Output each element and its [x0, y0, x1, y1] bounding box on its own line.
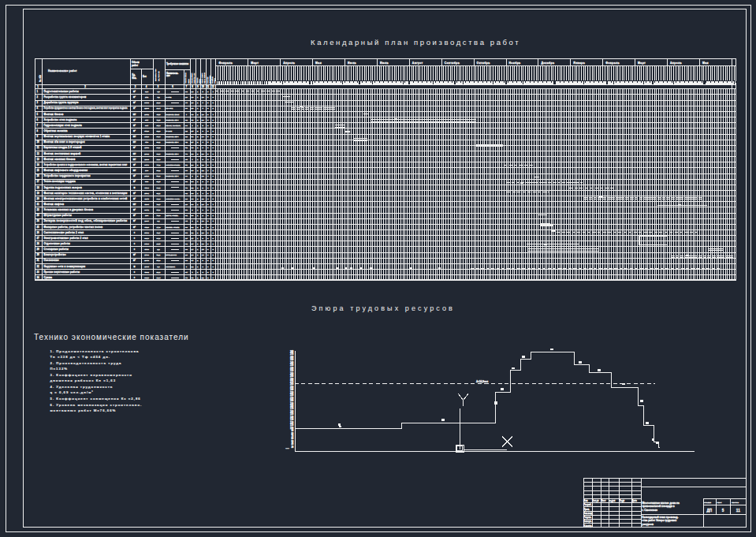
svg-text:78,7: 78,7	[157, 203, 161, 206]
svg-text:Башенн. КБ4: Башенн. КБ4	[166, 175, 179, 177]
svg-text:9: 9	[192, 209, 193, 211]
svg-text:40: 40	[192, 277, 194, 279]
svg-text:12: 12	[211, 85, 214, 88]
svg-text:м³: м³	[133, 95, 136, 99]
svg-text:22: 22	[192, 187, 194, 189]
svg-text:5: 5	[158, 85, 159, 88]
svg-text:Тн =338 дн < Тф =454 дн.: Тн =338 дн < Тф =454 дн.	[50, 355, 110, 359]
svg-text:1: 1	[197, 96, 199, 99]
svg-text:17: 17	[192, 243, 194, 245]
svg-text:3: 3	[207, 271, 209, 274]
svg-text:10: 10	[202, 85, 205, 88]
svg-text:67: 67	[185, 271, 188, 274]
svg-text:77,2: 77,2	[157, 164, 161, 166]
svg-text:46,7: 46,7	[157, 232, 161, 234]
svg-text:2: 2	[197, 147, 199, 149]
svg-text:1: 1	[213, 232, 214, 234]
svg-text:82: 82	[185, 119, 188, 121]
svg-text:1: 1	[197, 254, 199, 256]
svg-text:м³: м³	[133, 146, 136, 149]
svg-text:Август: Август	[412, 62, 423, 65]
svg-text:КС-35/1: КС-35/1	[166, 107, 174, 110]
svg-text:Благоустройство: Благоустройство	[44, 253, 66, 256]
svg-text:61: 61	[185, 243, 188, 245]
svg-text:3310: 3310	[144, 237, 149, 240]
svg-text:130: 130	[290, 418, 294, 421]
svg-text:шт: шт	[133, 170, 136, 172]
svg-text:Башенн. КБ4: Башенн. КБ4	[166, 119, 179, 121]
svg-text:3543: 3543	[144, 232, 149, 234]
svg-text:2: 2	[213, 130, 214, 132]
svg-text:2416: 2416	[144, 175, 149, 177]
svg-text:23: 23	[192, 107, 194, 110]
svg-text:Листов: Листов	[732, 502, 739, 504]
svg-text:Декабрь: Декабрь	[541, 62, 554, 65]
svg-text:15: 15	[202, 248, 204, 251]
svg-text:Кирпичная кладка 2-9 этажей: Кирпичная кладка 2-9 этажей	[44, 146, 82, 149]
svg-text:Июнь: Июнь	[348, 62, 356, 65]
svg-text:8: 8	[213, 248, 214, 251]
svg-text:3: 3	[207, 243, 209, 245]
svg-text:Монтаж электротехнических ус: Монтаж электротехнических устройств и сл…	[44, 197, 128, 200]
svg-text:1: 1	[197, 220, 199, 222]
svg-text:40: 40	[291, 442, 293, 446]
svg-text:2: 2	[197, 198, 199, 200]
svg-text:56,3: 56,3	[157, 175, 161, 177]
svg-text:7: 7	[192, 271, 193, 274]
svg-text:54: 54	[185, 232, 188, 234]
svg-text:17,8: 17,8	[157, 226, 161, 229]
svg-text:Ноябрь: Ноябрь	[509, 62, 521, 65]
svg-text:19: 19	[37, 192, 40, 195]
svg-text:33: 33	[185, 226, 188, 229]
svg-text:1: 1	[197, 203, 199, 206]
svg-text:5: 5	[203, 91, 204, 93]
svg-text:Малярные работы, устройство: Малярные работы, устройство чистых полов	[44, 226, 103, 229]
svg-text:2: 2	[197, 187, 199, 189]
svg-text:6: 6	[207, 254, 209, 256]
svg-text:Мая: Мая	[702, 62, 709, 65]
svg-text:м³: м³	[133, 101, 136, 104]
svg-text:3. Коэффициент неравномерност: 3. Коэффициент неравномерности	[50, 373, 132, 377]
svg-text:50: 50	[291, 440, 293, 443]
svg-text:280: 280	[290, 378, 294, 381]
svg-text:4. Удельная трудоемкость: 4. Удельная трудоемкость	[50, 385, 114, 389]
svg-text:Март: Март	[638, 62, 646, 65]
svg-text:99: 99	[185, 107, 188, 110]
svg-text:1795: 1795	[144, 266, 149, 268]
svg-text:51: 51	[185, 164, 188, 166]
svg-text:31: 31	[192, 232, 194, 234]
svg-text:9: 9	[213, 164, 214, 166]
svg-text:Затраты тру-: Затраты тру-	[155, 69, 157, 81]
svg-text:340: 340	[290, 361, 294, 364]
svg-text:30,1: 30,1	[157, 141, 161, 144]
svg-text:260: 260	[290, 382, 294, 386]
svg-text:9: 9	[207, 220, 209, 222]
svg-text:52: 52	[185, 147, 188, 149]
svg-text:1: 1	[197, 192, 199, 195]
svg-text:250: 250	[290, 386, 294, 389]
svg-text:Разраб.: Разраб.	[583, 503, 591, 506]
svg-text:45,5: 45,5	[157, 114, 161, 116]
svg-text:1: 1	[197, 158, 199, 161]
svg-text:2: 2	[84, 85, 86, 88]
svg-text:29: 29	[185, 203, 188, 206]
svg-text:м²: м²	[133, 208, 136, 211]
svg-text:70: 70	[185, 153, 188, 155]
svg-text:4: 4	[203, 141, 204, 144]
svg-text:4: 4	[207, 175, 209, 177]
svg-text:1: 1	[197, 243, 199, 245]
svg-text:c: c	[134, 243, 136, 245]
svg-text:1. Продолжительность строител: 1. Продолжительность строительова	[50, 349, 140, 353]
svg-text:3: 3	[213, 158, 214, 161]
svg-text:1: 1	[37, 90, 39, 93]
svg-text:5: 5	[207, 136, 209, 138]
svg-text:Устройство стен подвала: Устройство стен подвала	[44, 118, 77, 121]
svg-text:Наружные сети и коммуникаци: Наружные сети и коммуникации	[44, 265, 86, 268]
svg-text:98: 98	[185, 248, 188, 251]
svg-text:работы, дн: работы, дн	[193, 73, 196, 84]
svg-text:м²: м²	[133, 253, 136, 256]
svg-text:33: 33	[185, 91, 188, 93]
svg-text:3: 3	[37, 101, 39, 104]
svg-text:2: 2	[197, 226, 199, 229]
svg-text:Зав.каф.: Зав.каф.	[583, 512, 593, 515]
